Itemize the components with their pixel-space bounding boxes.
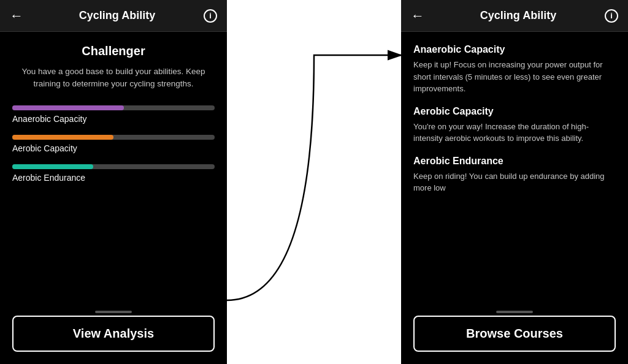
left-nav-indicator <box>95 311 132 313</box>
section-title-0: Anaerobic Capacity <box>413 44 616 55</box>
right-footer: Browse Courses <box>401 298 628 364</box>
ability-sections: Anaerobic CapacityKeep it up! Focus on i… <box>413 44 616 194</box>
section-title-2: Aerobic Endurance <box>413 156 616 167</box>
left-info-button[interactable]: i <box>204 9 217 23</box>
right-panel: ← Cycling Ability i Anaerobic CapacityKe… <box>401 0 628 364</box>
ability-bar-group-2: Aerobic Endurance <box>12 164 215 183</box>
bar-container-0 <box>12 105 215 110</box>
right-nav-indicator <box>496 311 533 313</box>
section-desc-1: You're on your way! Increase the duratio… <box>413 121 616 145</box>
left-header: ← Cycling Ability i <box>0 0 227 32</box>
bar-fill-1 <box>12 135 113 140</box>
left-content: Challenger You have a good base to build… <box>0 32 227 298</box>
ability-section-1: Aerobic CapacityYou're on your way! Incr… <box>413 106 616 145</box>
view-analysis-button[interactable]: View Analysis <box>12 316 215 352</box>
right-header: ← Cycling Ability i <box>401 0 628 32</box>
bar-fill-2 <box>12 164 93 169</box>
section-desc-0: Keep it up! Focus on increasing your pow… <box>413 59 616 95</box>
challenger-description: You have a good base to build your abili… <box>12 66 215 91</box>
bar-fill-0 <box>12 105 124 110</box>
browse-courses-button[interactable]: Browse Courses <box>413 316 616 352</box>
connector-area <box>227 0 401 364</box>
connector-svg <box>227 0 401 364</box>
right-back-button[interactable]: ← <box>411 9 424 23</box>
ability-bars: Anaerobic CapacityAerobic CapacityAerobi… <box>12 105 215 183</box>
ability-section-2: Aerobic EnduranceKeep on riding! You can… <box>413 156 616 194</box>
ability-label-1: Aerobic Capacity <box>12 143 215 153</box>
right-content: Anaerobic CapacityKeep it up! Focus on i… <box>401 32 628 298</box>
ability-section-0: Anaerobic CapacityKeep it up! Focus on i… <box>413 44 616 95</box>
bar-container-2 <box>12 164 215 169</box>
section-title-1: Aerobic Capacity <box>413 106 616 117</box>
right-info-button[interactable]: i <box>605 9 618 23</box>
section-desc-2: Keep on riding! You can build up enduran… <box>413 170 616 194</box>
bar-container-1 <box>12 135 215 140</box>
ability-label-2: Aerobic Endurance <box>12 173 215 183</box>
right-header-title: Cycling Ability <box>432 9 605 22</box>
left-footer: View Analysis <box>0 298 227 364</box>
challenger-title: Challenger <box>12 44 215 58</box>
ability-bar-group-0: Anaerobic Capacity <box>12 105 215 124</box>
left-panel: ← Cycling Ability i Challenger You have … <box>0 0 227 364</box>
ability-bar-group-1: Aerobic Capacity <box>12 135 215 153</box>
left-header-title: Cycling Ability <box>31 9 204 22</box>
left-back-button[interactable]: ← <box>10 9 23 23</box>
ability-label-0: Anaerobic Capacity <box>12 114 215 124</box>
